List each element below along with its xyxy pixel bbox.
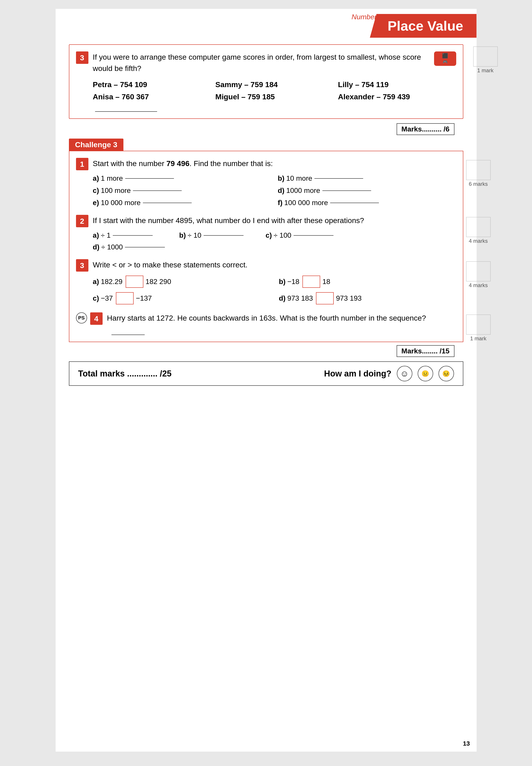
score-petra: Petra – 754 109 [93, 80, 211, 89]
q3-marks-footer: Marks.......... /6 [69, 123, 463, 135]
c3-q2-d: d) ÷ 1000 [93, 243, 456, 251]
score-sammy: Sammy – 759 184 [215, 80, 333, 89]
c3-q4-mark-area: 1 mark [461, 312, 496, 342]
total-marks: Total marks ............. /25 [78, 369, 172, 378]
q3-mark-area: 1 mark [468, 44, 503, 74]
challenge3-label: Challenge 3 [69, 139, 124, 151]
q3-mark-box [473, 47, 498, 66]
c3-q1-f: f) 100 000 more [278, 199, 456, 207]
neutral-face-icon[interactable]: 😐 [418, 366, 433, 381]
c3-q1-mark-box [466, 160, 491, 180]
how-doing-section: How am I doing? ☺ 😐 😣 [324, 366, 454, 381]
c3-q3-badge: 3 [76, 259, 88, 271]
happy-face-icon[interactable]: ☺ [397, 366, 412, 381]
c3-q2-c: c) ÷ 100 [266, 231, 343, 239]
c3-q2-badge: 2 [76, 215, 88, 227]
c3-q3-text: Write < or > to make these statements co… [93, 259, 456, 270]
c3-q3-b: b) −18 18 [279, 275, 456, 288]
c3-q1-d: d) 1000 more [278, 186, 456, 195]
q3-answer-line [95, 111, 157, 112]
c3-q1-e: e) 10 000 more [93, 199, 271, 207]
c3-q1-row: 1 Start with the number 79 496. Find the… [76, 158, 456, 170]
c3-q4-badge: 4 [90, 312, 103, 325]
challenge3-box: 1 Start with the number 79 496. Find the… [69, 151, 463, 342]
c3-q1-a: a) 1 more [93, 174, 271, 182]
c3-q3-mark-area: 4 marks [461, 259, 496, 288]
c3-q3-b-box[interactable] [302, 275, 320, 288]
c3-q3-c: c) −37 −137 [93, 292, 270, 304]
game-controller-icon: ⬛ 🎮 [434, 51, 456, 66]
c3-q2-mark-area: 4 marks [461, 215, 496, 244]
sad-face-icon[interactable]: 😣 [438, 366, 454, 381]
how-doing-label: How am I doing? [324, 369, 392, 378]
c3-q4-row: PS 4 Harry starts at 1272. He counts bac… [76, 312, 456, 335]
c3-q4-mark-box [466, 314, 491, 334]
c3-q3-a-box[interactable] [126, 275, 143, 288]
c3-q2-mark-label: 4 marks [469, 238, 488, 244]
header-title-bar: Place Value [370, 14, 476, 38]
q3-marks-total: Marks.......... /6 [397, 123, 454, 135]
c3-q4-answer [111, 334, 145, 335]
c3-q2-a: a) ÷ 1 [93, 231, 170, 239]
scores-grid: Petra – 754 109 Sammy – 759 184 Lilly – … [76, 80, 456, 101]
question-3-box: 3 If you were to arrange these computer … [69, 44, 463, 119]
c3-q3-mark-box [466, 261, 491, 281]
c3-q1-text: Start with the number 79 496. Find the n… [93, 158, 456, 169]
challenge3-marks-total: Marks........ /15 [397, 345, 454, 357]
score-miguel: Miguel – 759 185 [215, 92, 333, 101]
q3-badge: 3 [76, 51, 88, 64]
challenge3-marks-footer: Marks........ /15 [69, 345, 463, 357]
page-number: 13 [463, 740, 470, 747]
ps-badge: PS [76, 312, 87, 323]
c3-q1-mark-area: 6 marks [461, 158, 496, 187]
q3-text: If you were to arrange these computer ga… [93, 51, 430, 74]
c3-q1-badge: 1 [76, 158, 88, 170]
header-strip: Number – Number and Place Value Place Va… [56, 9, 477, 38]
score-lilly: Lilly – 754 119 [338, 80, 456, 89]
c3-q4-mark-label: 1 mark [470, 335, 486, 342]
challenge3-label-wrap: Challenge 3 [69, 139, 463, 151]
c3-q3-row: 3 Write < or > to make these statements … [76, 259, 456, 271]
q3-mark-label: 1 mark [477, 67, 493, 74]
c3-q3-c-box[interactable] [116, 292, 134, 304]
total-footer: Total marks ............. /25 How am I d… [69, 361, 463, 386]
c3-q3-d-box[interactable] [316, 292, 334, 304]
score-anisa: Anisa – 760 367 [93, 92, 211, 101]
c3-q3-a: a) 182.29 182 290 [93, 275, 270, 288]
score-alexander: Alexander – 759 439 [338, 92, 456, 101]
c3-q2-row: 2 If I start with the number 4895, what … [76, 215, 456, 227]
c3-q1-mark-label: 6 marks [469, 181, 488, 187]
c3-q1-b: b) 10 more [278, 174, 456, 182]
c3-q3-mark-label: 4 marks [469, 282, 488, 288]
page-title: Place Value [388, 18, 463, 33]
c3-q4-text: Harry starts at 1272. He counts backward… [107, 312, 456, 335]
c3-q2-mark-box [466, 217, 491, 237]
c3-q2-text: If I start with the number 4895, what nu… [93, 215, 456, 226]
c3-q3-d: d) 973 183 973 193 [279, 292, 456, 304]
c3-q2-b: b) ÷ 10 [179, 231, 257, 239]
c3-q1-c: c) 100 more [93, 186, 271, 195]
